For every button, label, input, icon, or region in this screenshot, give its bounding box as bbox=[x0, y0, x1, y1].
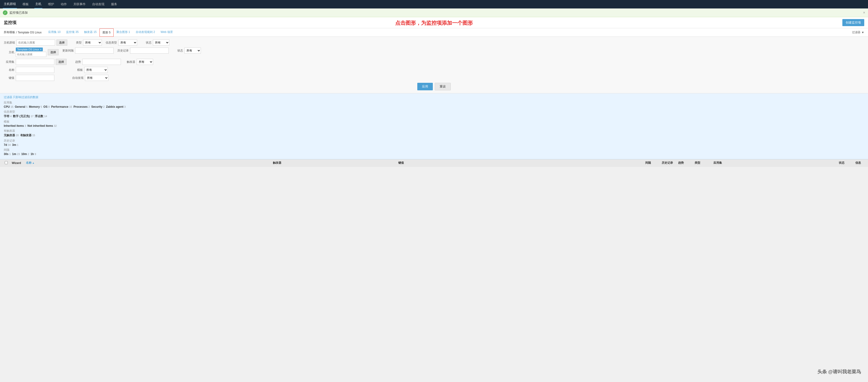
host-tag-remove[interactable]: × bbox=[40, 48, 41, 51]
trend-input[interactable] bbox=[82, 59, 121, 65]
filter-row-4: 名称 模板 所有 bbox=[4, 67, 864, 73]
label-info-type: 信息类型 bbox=[105, 41, 117, 45]
nav-templates[interactable]: 模板 bbox=[22, 0, 30, 8]
tab-auto-find[interactable]: 自动发现规则 2 bbox=[133, 28, 158, 36]
reset-filter-button[interactable]: 重设 bbox=[435, 83, 451, 90]
tab-web[interactable]: Web 场景 bbox=[158, 28, 176, 36]
appset-header: 应用集 bbox=[712, 161, 837, 165]
host-tag-label: Template OS Linux bbox=[17, 48, 39, 51]
tag-no-trigger[interactable]: 无触发器 20 bbox=[4, 133, 19, 137]
info-type-select[interactable]: 所有 bbox=[118, 39, 137, 45]
label-appset: 应用集 bbox=[4, 60, 14, 64]
template-select[interactable]: 所有 bbox=[84, 67, 108, 73]
host-search-input[interactable] bbox=[16, 52, 46, 57]
appset-select-button[interactable]: 选择 bbox=[56, 59, 67, 65]
tab-graphs[interactable]: 图形 5 bbox=[99, 28, 114, 37]
host-group-select-button[interactable]: 选择 bbox=[57, 39, 67, 45]
tag-unsigned-int[interactable]: 数字 (无正负) 17 bbox=[13, 114, 33, 118]
auto-discover-select[interactable]: 所有 bbox=[85, 75, 108, 81]
annotation-text: 点击图形，为监控项添加一个图形 bbox=[395, 20, 473, 27]
nav-hosts[interactable]: 主机 bbox=[34, 0, 42, 8]
page-header: 监控项 点击图形，为监控项添加一个图形 创建监控项 bbox=[0, 17, 868, 28]
tag-7d[interactable]: 7d 34 bbox=[4, 143, 11, 147]
tab-appsets[interactable]: 应用集 10 bbox=[45, 28, 63, 36]
label-update-interval: 更新间隔 bbox=[62, 49, 74, 53]
tag-float[interactable]: 浮点数 14 bbox=[35, 114, 47, 118]
filter-group-key-value: 键值 bbox=[4, 75, 54, 81]
host-group-search-input[interactable] bbox=[17, 39, 55, 45]
nav-maintenance[interactable]: 维护 bbox=[47, 0, 55, 8]
tag-10m[interactable]: 10m 2 bbox=[21, 152, 29, 156]
active-filters-title: 过滤器 只影响过滤后的数据 bbox=[4, 95, 864, 99]
filter-group-info-type: 信息类型 所有 bbox=[105, 39, 137, 45]
state-select[interactable]: 所有 bbox=[153, 39, 169, 45]
template-section-label: 模板 bbox=[4, 120, 864, 124]
tabs-right-section: 过滤器 ▼ bbox=[852, 30, 864, 34]
trigger-section-label: 有触发器 bbox=[4, 129, 864, 133]
select-all-checkbox[interactable] bbox=[5, 161, 8, 164]
tag-memory[interactable]: Memory 5 bbox=[29, 105, 42, 108]
nav-events[interactable]: 关联事件 bbox=[72, 0, 87, 8]
filter-group-update-interval: 更新间隔 bbox=[62, 47, 114, 54]
tab-monitors[interactable]: 监控项 35 bbox=[63, 28, 82, 36]
tag-1h[interactable]: 1h 9 bbox=[31, 152, 36, 156]
info-type-tags: 字符 4 数字 (无正负) 17 浮点数 14 bbox=[4, 114, 864, 118]
state2-select[interactable]: 所有 bbox=[184, 47, 201, 54]
filter-section-appsets: 应用集 CPU 15 General 5 Memory 5 OS 8 Perfo… bbox=[4, 101, 864, 108]
create-monitor-button[interactable]: 创建监控项 bbox=[842, 19, 864, 26]
tag-security[interactable]: Security 2 bbox=[91, 105, 105, 108]
wizard-header: Wizard bbox=[10, 161, 24, 165]
filter-section-trigger: 有触发器 无触发器 20 有触发器 15 bbox=[4, 129, 864, 137]
nav-services[interactable]: 服务 bbox=[110, 0, 118, 8]
filter-label: 过滤器 bbox=[852, 30, 861, 34]
nav-auto-discovery[interactable]: 自动发现 bbox=[91, 0, 105, 8]
nav-actions[interactable]: 动作 bbox=[60, 0, 68, 8]
filter-row-1: 主机群组 选择 类型 所有 信息类型 所有 状态 所有 bbox=[4, 39, 864, 45]
tag-cpu[interactable]: CPU 15 bbox=[4, 105, 13, 108]
key-value-input[interactable] bbox=[16, 75, 54, 81]
tag-3m[interactable]: 3m 1 bbox=[12, 143, 19, 147]
name-input[interactable] bbox=[16, 67, 54, 73]
tab-triggers[interactable]: 触发器 15 bbox=[82, 28, 99, 36]
type-select[interactable]: 所有 bbox=[83, 39, 102, 45]
notification-close-button[interactable]: × bbox=[863, 10, 865, 15]
update-interval-input[interactable] bbox=[75, 47, 114, 54]
filter-row-2: 主机 Template OS Linux × 选择 更新间隔 历史记录 状态 bbox=[4, 47, 864, 57]
label-type: 类型 bbox=[71, 41, 82, 45]
filter-group-host: 主机 Template OS Linux × 选择 bbox=[4, 47, 59, 57]
tag-1m[interactable]: 1m 23 bbox=[12, 152, 20, 156]
appset-input[interactable] bbox=[16, 59, 54, 65]
funnel-icon: ▼ bbox=[861, 31, 864, 34]
tag-os[interactable]: OS 8 bbox=[43, 105, 50, 108]
filter-group-appset: 应用集 选择 bbox=[4, 59, 67, 65]
history-section-label: 历史记录 bbox=[4, 139, 864, 143]
tag-performance[interactable]: Performance 15 bbox=[51, 105, 72, 108]
breadcrumb: 所有模板 / Template OS Linux bbox=[4, 30, 42, 34]
tag-processes[interactable]: Processes 2 bbox=[73, 105, 90, 108]
label-state: 状态 bbox=[141, 41, 152, 45]
filter-section-history: 历史记录 7d 34 3m 1 bbox=[4, 139, 864, 147]
filter-subtitle-text[interactable]: 只影响过滤后的数据 bbox=[13, 96, 38, 99]
breadcrumb-template-os-linux[interactable]: Template OS Linux bbox=[18, 31, 41, 34]
trigger-select[interactable]: 所有 bbox=[137, 59, 153, 65]
tag-with-trigger[interactable]: 有触发器 15 bbox=[20, 133, 35, 137]
filter-toggle-button[interactable]: 过滤器 ▼ bbox=[852, 30, 864, 34]
tab-agg-graphs[interactable]: 聚合图形 1 bbox=[114, 28, 133, 36]
interval-header: 间隔 bbox=[643, 161, 660, 165]
nav-host-groups[interactable]: 主机群组 bbox=[3, 0, 17, 8]
label-trigger: 触发器 bbox=[125, 60, 135, 64]
tag-zabbix-agent[interactable]: Zabbix agent 3 bbox=[106, 105, 126, 108]
tag-string[interactable]: 字符 4 bbox=[4, 114, 11, 118]
history-record-input[interactable] bbox=[130, 47, 169, 54]
info-type-section-label: 信息类型 bbox=[4, 110, 864, 114]
filter-group-state: 状态 所有 bbox=[141, 39, 169, 45]
tag-30s[interactable]: 30s 1 bbox=[4, 152, 11, 156]
tag-not-inherited[interactable]: Not inherited items 32 bbox=[28, 124, 57, 127]
name-header[interactable]: 名称 bbox=[24, 161, 271, 165]
tag-general[interactable]: General 5 bbox=[15, 105, 28, 108]
tag-inherited[interactable]: Inherited items 3 bbox=[4, 124, 26, 127]
host-select-button[interactable]: 选择 bbox=[48, 49, 59, 55]
breadcrumb-all-templates[interactable]: 所有模板 bbox=[4, 30, 15, 34]
apply-filter-button[interactable]: 应用 bbox=[417, 83, 433, 90]
host-tag-template-os-linux: Template OS Linux × bbox=[16, 47, 43, 51]
